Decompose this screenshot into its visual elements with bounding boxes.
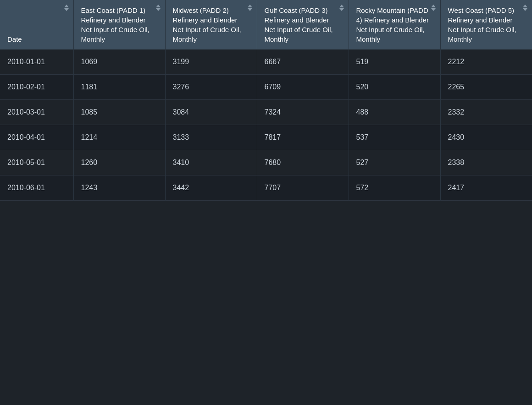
cell-gulf_coast: 6667 [257, 49, 349, 75]
col-header-west-coast[interactable]: West Coast (PADD 5) Refinery and Blender… [440, 0, 532, 49]
data-table: Date East Coast (PADD 1) Refinery and Bl… [0, 0, 532, 201]
sort-icons-rocky-mountain[interactable] [431, 5, 436, 11]
cell-east_coast: 1260 [73, 150, 165, 175]
cell-date: 2010-03-01 [0, 100, 73, 125]
sort-icons-east-coast[interactable] [156, 5, 161, 11]
sort-down-icon[interactable] [431, 8, 436, 11]
cell-gulf_coast: 7817 [257, 125, 349, 150]
table-row: 2010-06-011243344277075722417 [0, 175, 532, 201]
sort-down-icon[interactable] [523, 8, 527, 11]
cell-west_coast: 2265 [440, 75, 532, 100]
sort-up-icon[interactable] [431, 5, 436, 7]
sort-up-icon[interactable] [64, 5, 69, 7]
cell-date: 2010-01-01 [0, 49, 73, 75]
col-header-rocky-mountain[interactable]: Rocky Mountain (PADD 4) Refinery and Ble… [349, 0, 440, 49]
table-row: 2010-01-011069319966675192212 [0, 49, 532, 75]
sort-down-icon[interactable] [64, 8, 69, 11]
cell-rocky_mountain: 488 [349, 100, 440, 125]
cell-midwest: 3084 [165, 100, 257, 125]
table-header-row: Date East Coast (PADD 1) Refinery and Bl… [0, 0, 532, 49]
sort-up-icon[interactable] [339, 5, 344, 7]
cell-midwest: 3410 [165, 150, 257, 175]
cell-west_coast: 2417 [440, 175, 532, 201]
sort-icons-west-coast[interactable] [523, 5, 527, 11]
cell-date: 2010-04-01 [0, 125, 73, 150]
table-body: 2010-01-0110693199666751922122010-02-011… [0, 49, 532, 201]
cell-midwest: 3133 [165, 125, 257, 150]
cell-west_coast: 2338 [440, 150, 532, 175]
cell-east_coast: 1214 [73, 125, 165, 150]
col-header-gulf-coast[interactable]: Gulf Coast (PADD 3) Refinery and Blender… [257, 0, 349, 49]
col-header-midwest[interactable]: Midwest (PADD 2) Refinery and Blender Ne… [165, 0, 257, 49]
sort-down-icon[interactable] [156, 8, 161, 11]
sort-down-icon[interactable] [339, 8, 344, 11]
sort-icons-gulf-coast[interactable] [339, 5, 344, 11]
sort-icons-date[interactable] [64, 5, 69, 11]
sort-icons-midwest[interactable] [248, 5, 252, 11]
cell-midwest: 3276 [165, 75, 257, 100]
table-row: 2010-02-011181327667095202265 [0, 75, 532, 100]
cell-east_coast: 1181 [73, 75, 165, 100]
cell-date: 2010-06-01 [0, 175, 73, 201]
cell-gulf_coast: 7707 [257, 175, 349, 201]
table-row: 2010-05-011260341076805272338 [0, 150, 532, 175]
cell-east_coast: 1069 [73, 49, 165, 75]
cell-gulf_coast: 7324 [257, 100, 349, 125]
col-header-east-coast[interactable]: East Coast (PADD 1) Refinery and Blender… [73, 0, 165, 49]
cell-west_coast: 2430 [440, 125, 532, 150]
cell-rocky_mountain: 537 [349, 125, 440, 150]
table-row: 2010-03-011085308473244882332 [0, 100, 532, 125]
cell-rocky_mountain: 520 [349, 75, 440, 100]
sort-down-icon[interactable] [248, 8, 252, 11]
cell-rocky_mountain: 519 [349, 49, 440, 75]
cell-date: 2010-05-01 [0, 150, 73, 175]
sort-up-icon[interactable] [248, 5, 252, 7]
cell-gulf_coast: 7680 [257, 150, 349, 175]
cell-midwest: 3199 [165, 49, 257, 75]
cell-west_coast: 2212 [440, 49, 532, 75]
cell-midwest: 3442 [165, 175, 257, 201]
data-table-container: Date East Coast (PADD 1) Refinery and Bl… [0, 0, 532, 201]
cell-west_coast: 2332 [440, 100, 532, 125]
cell-east_coast: 1243 [73, 175, 165, 201]
cell-east_coast: 1085 [73, 100, 165, 125]
cell-rocky_mountain: 572 [349, 175, 440, 201]
sort-up-icon[interactable] [156, 5, 161, 7]
col-header-date[interactable]: Date [0, 0, 73, 49]
cell-date: 2010-02-01 [0, 75, 73, 100]
table-row: 2010-04-011214313378175372430 [0, 125, 532, 150]
cell-gulf_coast: 6709 [257, 75, 349, 100]
cell-rocky_mountain: 527 [349, 150, 440, 175]
sort-up-icon[interactable] [523, 5, 527, 7]
